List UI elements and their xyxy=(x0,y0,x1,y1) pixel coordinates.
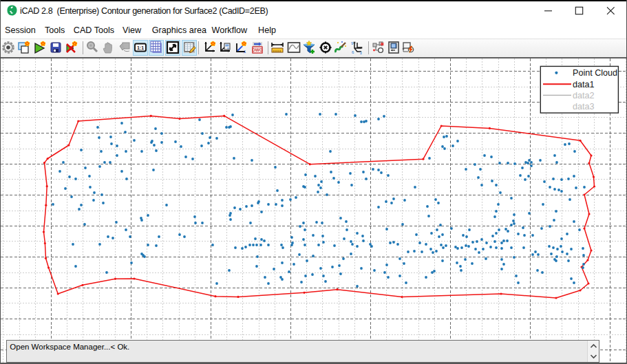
svg-text:data3: data3 xyxy=(573,102,595,111)
svg-text:,1: ,1 xyxy=(243,50,246,54)
svg-text:3: 3 xyxy=(360,51,363,55)
svg-text:data1: data1 xyxy=(573,80,595,89)
svg-text:data2: data2 xyxy=(573,91,595,100)
svg-text:1:1: 1:1 xyxy=(137,45,144,50)
svg-text:9: 9 xyxy=(351,41,354,45)
svg-text:Point Cloud: Point Cloud xyxy=(573,68,617,78)
svg-text:6: 6 xyxy=(352,50,354,54)
svg-text:DWG: DWG xyxy=(252,47,263,52)
